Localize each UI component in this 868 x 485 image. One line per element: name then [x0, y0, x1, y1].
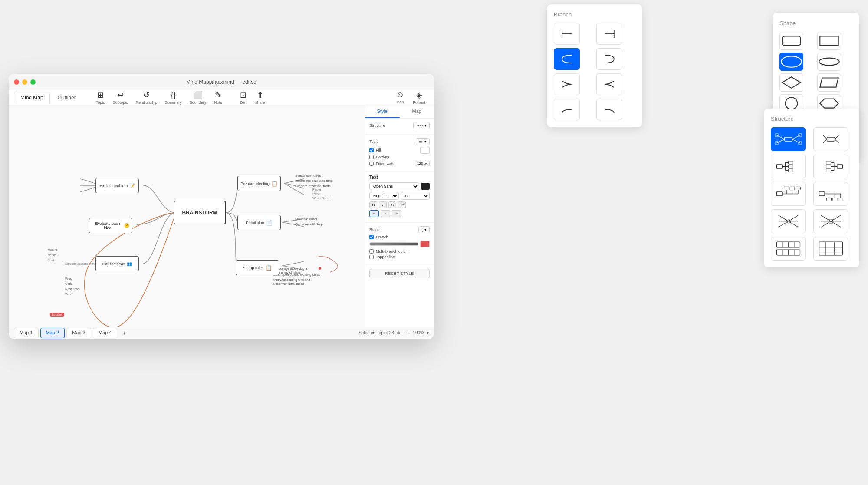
shape-rect[interactable]	[817, 32, 841, 50]
struct-item-7[interactable]	[771, 209, 806, 233]
branch-item-5[interactable]	[554, 73, 580, 95]
struct-item-9[interactable]	[771, 237, 806, 261]
minimize-button[interactable]	[22, 79, 27, 85]
structure-select[interactable]: →∞ ▾	[413, 122, 430, 129]
page-tab-3[interactable]: Map 3	[66, 328, 91, 338]
toolbar-subtopic[interactable]: ↩ Subtopic	[109, 89, 132, 106]
node-evaluate[interactable]: Evaluate each idea 🤔	[89, 218, 132, 233]
tab-style[interactable]: Style	[365, 105, 400, 118]
struct-item-5[interactable]	[771, 182, 806, 206]
shape-diamond[interactable]	[779, 73, 803, 92]
toolbar-share[interactable]: ⬆ share	[252, 89, 269, 106]
node-explain[interactable]: Explain problem 📝	[95, 178, 139, 193]
border-checkbox[interactable]	[369, 235, 374, 239]
bold-button[interactable]: B	[369, 201, 377, 208]
tab-map[interactable]: Map	[400, 105, 434, 118]
strike-button[interactable]: S	[388, 201, 396, 208]
struct-item-1[interactable]	[771, 127, 806, 151]
struct-item-2[interactable]	[813, 127, 848, 151]
weight-select[interactable]: Regular	[369, 192, 399, 200]
zoom-in[interactable]: +	[408, 330, 411, 335]
italic-button[interactable]: I	[379, 201, 387, 208]
subtopic-icon: ↩	[117, 90, 124, 100]
fill-color-swatch[interactable]	[420, 147, 430, 154]
node-detail[interactable]: Detail plan 📄	[237, 215, 281, 230]
zoom-level[interactable]: 100%	[413, 330, 424, 335]
borders-checkbox[interactable]	[369, 155, 374, 159]
svg-line-30	[823, 135, 827, 139]
node-prepare[interactable]: Prepare Meeting 📋	[237, 176, 281, 191]
branch-item-7[interactable]	[554, 99, 580, 120]
maximize-button[interactable]	[30, 79, 36, 85]
branch-item-6[interactable]	[596, 73, 622, 95]
page-tab-2[interactable]: Map 2	[40, 328, 65, 338]
shape-wide-ellipse[interactable]	[817, 53, 841, 71]
selected-topic-count: Selected Topic: 23	[358, 330, 394, 335]
fill-checkbox[interactable]	[369, 148, 374, 152]
page-tab-4[interactable]: Map 4	[93, 328, 118, 338]
reset-style-button[interactable]: RESET STYLE	[369, 269, 430, 278]
toolbar-format[interactable]: ◈ Format	[409, 89, 429, 106]
align-center-button[interactable]: ≡	[381, 210, 390, 217]
font-row: Open Sans	[369, 182, 430, 190]
add-page-button[interactable]: +	[119, 328, 129, 338]
canvas-area[interactable]: BRAINSTORM Prepare Meeting 📋 Detail plan…	[9, 105, 365, 327]
svg-rect-64	[832, 198, 837, 201]
tapper-checkbox[interactable]	[369, 255, 374, 259]
toolbar-relationship[interactable]: ↺ Relationship	[132, 89, 161, 106]
shape-rounded-rect[interactable]	[779, 32, 803, 50]
branch-item-3[interactable]	[554, 48, 580, 70]
toolbar-icon[interactable]: ☺ Icon	[393, 89, 408, 106]
struct-item-3[interactable]	[771, 155, 806, 178]
zoom-out[interactable]: −	[403, 330, 405, 335]
tab-outliner[interactable]: Outliner	[52, 92, 82, 103]
node-detail-label: Detail plan	[246, 221, 264, 225]
align-left-button[interactable]: ≡	[369, 210, 379, 217]
shape-ellipse[interactable]	[779, 53, 803, 71]
text-section: Text Open Sans Regular 11 B	[365, 172, 434, 223]
branch-item-1[interactable]	[554, 23, 580, 45]
border-label: Branch	[376, 235, 388, 239]
topic-shape-select[interactable]: ▭ ▾	[416, 138, 430, 145]
align-right-button[interactable]: ≡	[392, 210, 401, 217]
svg-rect-4	[782, 36, 800, 45]
zen-icon: ⊡	[240, 90, 247, 100]
branch-item-2[interactable]	[596, 23, 622, 45]
branch-style-select[interactable]: { ▾	[418, 226, 430, 233]
toolbar-boundary[interactable]: ⬜ Boundary	[186, 89, 210, 106]
branch-item-8[interactable]	[596, 99, 622, 120]
fixed-width-checkbox[interactable]	[369, 162, 374, 166]
toolbar-topic[interactable]: ⊞ Topic	[92, 89, 108, 106]
struct-item-4[interactable]	[813, 155, 848, 178]
branch-style-icon: {	[421, 228, 423, 232]
fixed-width-value[interactable]: 123 px	[415, 161, 430, 166]
summary-label: Summary	[165, 100, 182, 105]
struct-item-6[interactable]	[813, 182, 848, 206]
struct-item-10[interactable]	[813, 237, 848, 261]
toolbar-summary[interactable]: {} Summary	[161, 89, 185, 106]
page-tab-1[interactable]: Map 1	[14, 328, 39, 338]
tab-mindmap[interactable]: Mind Map	[14, 92, 50, 104]
branch-item-4[interactable]	[596, 48, 622, 70]
branch-color-swatch[interactable]	[420, 241, 430, 247]
deco-curve	[312, 253, 339, 274]
text-color-swatch[interactable]	[421, 183, 430, 190]
struct-item-8[interactable]	[813, 209, 848, 233]
borders-row: Borders	[369, 155, 430, 159]
central-node[interactable]: BRAINSTORM	[174, 201, 226, 224]
toolbar-zen[interactable]: ⊡ Zen	[236, 89, 250, 106]
zoom-chevron[interactable]: ▾	[427, 330, 429, 335]
svg-point-10	[786, 97, 798, 109]
node-call[interactable]: Call for ideas 👥	[95, 256, 139, 271]
node-setup[interactable]: Set up rules 📋	[236, 260, 279, 275]
toolbar-note[interactable]: ✎ Note	[210, 89, 226, 106]
size-select[interactable]: 11	[401, 192, 430, 200]
close-button[interactable]	[14, 79, 19, 85]
multi-branch-checkbox[interactable]	[369, 249, 374, 254]
transform-button[interactable]: Tt	[398, 201, 406, 208]
font-select[interactable]: Open Sans	[369, 182, 419, 190]
shape-parallelogram[interactable]	[817, 73, 841, 92]
border-checkbox-row: Branch	[369, 235, 430, 239]
branch-width-slider[interactable]	[369, 242, 418, 246]
subtopic-label: Subtopic	[113, 100, 128, 105]
